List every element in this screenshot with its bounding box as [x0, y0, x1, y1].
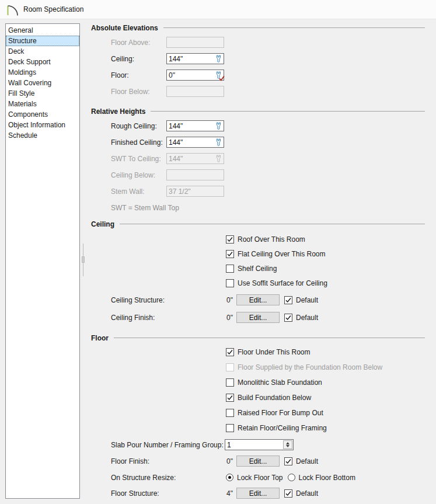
sidebar-item-wall-covering[interactable]: Wall Covering — [6, 78, 79, 88]
sidebar-item-object-information[interactable]: Object Information — [6, 120, 79, 130]
checkbox-monolithic-slab[interactable] — [226, 378, 234, 387]
check-icon — [285, 458, 292, 465]
sidebar-item-deck-support[interactable]: Deck Support — [6, 57, 79, 67]
finished-ceiling-field — [166, 137, 224, 148]
default-label: Default — [296, 489, 318, 498]
checkbox-row: Monolithic Slab Foundation — [226, 378, 425, 387]
check-icon — [285, 490, 292, 497]
checkbox-shelf-ceiling[interactable] — [226, 265, 234, 273]
ceiling-structure-edit-button[interactable]: Edit... — [236, 294, 280, 305]
section-header: Ceiling — [88, 220, 425, 228]
stepper-down-icon[interactable] — [286, 445, 289, 447]
section-rule — [151, 111, 425, 112]
field-row-stem-wall: Stem Wall: — [111, 186, 425, 197]
check-icon — [226, 394, 233, 401]
floor-finish-value: 0" — [215, 457, 233, 465]
checkbox-row: Retain Floor/Ceiling Framing — [226, 423, 425, 433]
sidebar-item-moldings[interactable]: Moldings — [6, 67, 79, 78]
stepper-buttons[interactable] — [283, 440, 292, 449]
floor-above-field — [166, 37, 224, 48]
ceiling-structure-row: Ceiling Structure: 0" Edit... Default — [111, 294, 425, 305]
ceiling-finish-edit-button[interactable]: Edit... — [236, 312, 280, 323]
field-row-rough-ceiling: Rough Ceiling: — [111, 120, 425, 131]
checkbox-label: Flat Ceiling Over This Room — [238, 250, 326, 258]
ceiling-below-field — [166, 169, 224, 180]
floor-finish-edit-button[interactable]: Edit... — [236, 456, 280, 467]
on-structure-resize-row: On Structure Resize: Lock Floor Top Lock… — [111, 472, 425, 483]
floor-above-input — [167, 37, 224, 47]
wrench-icon-disabled — [214, 155, 222, 163]
ceiling-finish-row: Ceiling Finish: 0" Edit... Default — [111, 312, 425, 323]
stepper-up-icon[interactable] — [286, 442, 289, 444]
red-check-icon — [219, 75, 225, 81]
floor-structure-default-checkbox[interactable] — [284, 489, 292, 498]
check-icon — [226, 349, 233, 356]
sidebar-item-fill-style[interactable]: Fill Style — [6, 88, 79, 99]
ceiling-finish-default-checkbox[interactable] — [284, 314, 292, 322]
row-label: Slab Pour Number / Framing Group: — [111, 441, 225, 449]
sidebar-item-structure[interactable]: Structure — [6, 36, 79, 46]
slab-pour-stepper — [225, 439, 294, 450]
field-row-finished-ceiling: Finished Ceiling: — [111, 137, 425, 148]
field-row-ceiling-below: Ceiling Below: — [111, 169, 425, 180]
floor-structure-edit-button[interactable]: Edit... — [236, 488, 280, 499]
floor-below-field — [166, 86, 224, 97]
field-label: Floor Below: — [111, 88, 166, 96]
field-label: Ceiling: — [111, 55, 166, 63]
checkbox-label: Raised Floor For Bump Out — [238, 409, 323, 417]
wrench-icon[interactable] — [214, 55, 222, 63]
floor-structure-row: Floor Structure: 4" Edit... Default — [111, 488, 425, 499]
ceiling-structure-default-checkbox[interactable] — [284, 296, 292, 304]
checkbox-row: Raised Floor For Bump Out — [226, 408, 425, 418]
field-label: Floor: — [111, 71, 166, 79]
swt-note: SWT = Stem Wall Top — [111, 204, 425, 212]
sidebar-item-schedule[interactable]: Schedule — [6, 130, 79, 141]
slab-pour-input[interactable] — [225, 440, 282, 450]
checkbox-floor-supplied-foundation — [226, 363, 234, 371]
checkbox-label: Shelf Ceiling — [238, 265, 277, 273]
dialog-title: Room Specification — [23, 5, 83, 13]
sidebar-item-materials[interactable]: Materials — [6, 99, 79, 109]
field-label: Ceiling Below: — [111, 171, 166, 179]
floor-finish-default-checkbox[interactable] — [284, 457, 292, 465]
checkbox-floor-under-this-room[interactable] — [226, 348, 234, 356]
sidebar-item-components[interactable]: Components — [6, 109, 79, 120]
floor-structure-value: 4" — [215, 489, 233, 498]
field-label: Rough Ceiling: — [111, 122, 166, 130]
checkbox-retain-floor-ceiling-framing[interactable] — [226, 424, 234, 432]
checkbox-roof-over-this-room[interactable] — [226, 235, 234, 244]
stem-wall-input — [167, 186, 224, 196]
radio-lock-floor-top[interactable] — [226, 474, 233, 481]
field-label: SWT To Ceiling: — [111, 155, 166, 163]
field-row-swt-to-ceiling: SWT To Ceiling: — [111, 153, 425, 164]
section-title: Relative Heights — [88, 107, 145, 116]
field-row-floor: Floor: — [111, 69, 425, 81]
section-relative-heights: Relative Heights Rough Ceiling: Finished… — [88, 107, 425, 212]
ceiling-structure-value: 0" — [215, 296, 233, 304]
default-label: Default — [296, 314, 318, 322]
row-label: Floor Finish: — [111, 457, 215, 465]
checkbox-build-foundation-below[interactable] — [226, 394, 234, 402]
section-header: Relative Heights — [88, 107, 425, 115]
radio-label: Lock Floor Bottom — [299, 474, 355, 482]
check-icon — [226, 251, 233, 258]
sidebar-item-deck[interactable]: Deck — [6, 46, 79, 57]
checkbox-raised-floor-bump-out[interactable] — [226, 409, 234, 417]
checkbox-use-soffit-surface[interactable] — [226, 279, 234, 287]
sidebar-item-general[interactable]: General — [6, 25, 79, 36]
splitter-grip-icon[interactable] — [82, 256, 85, 263]
row-label: Ceiling Structure: — [111, 296, 215, 304]
wrench-icon[interactable] — [214, 122, 222, 130]
row-label: Ceiling Finish: — [111, 314, 215, 322]
check-icon — [285, 314, 292, 321]
checkbox-flat-ceiling[interactable] — [226, 250, 234, 258]
radio-label: Lock Floor Top — [237, 474, 283, 482]
wrench-icon[interactable] — [214, 138, 222, 147]
checkbox-row: Floor Supplied by the Foundation Room Be… — [226, 363, 425, 372]
panel-splitter-handle[interactable] — [82, 244, 85, 276]
radio-lock-floor-bottom[interactable] — [288, 474, 295, 481]
checkbox-row: Roof Over This Room — [226, 235, 425, 244]
row-label: On Structure Resize: — [111, 474, 226, 482]
field-label: Floor Above: — [111, 39, 166, 47]
field-row-floor-above: Floor Above: — [111, 37, 425, 48]
